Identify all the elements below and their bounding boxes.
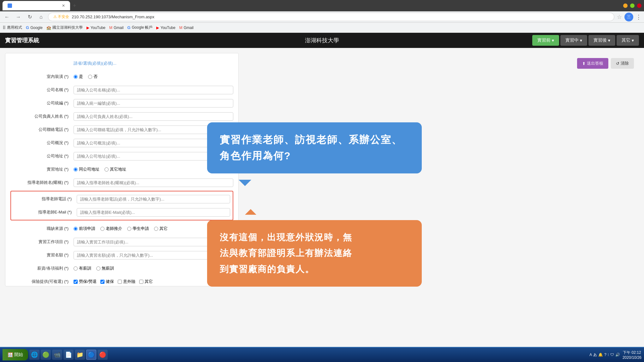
intern-addr-same-radio[interactable]	[74, 167, 78, 172]
nav-during-btn[interactable]: 實習中 ▾	[560, 35, 587, 46]
url-text: 210.70.252.190:1073/Mechanism_From.aspx	[72, 15, 154, 19]
form-row-company-name: 公司名稱 (*)	[10, 85, 233, 95]
url-bar[interactable]: ⚠ 不安全 210.70.252.190:1073/Mechanism_From…	[48, 13, 614, 21]
bookmark-phust-label: 國立澎湖科技大學	[52, 25, 83, 30]
salary-paid-radio[interactable]	[74, 266, 78, 271]
source-radio-4[interactable]	[154, 227, 158, 231]
maximize-btn[interactable]	[630, 3, 635, 8]
bookmark-gmail1[interactable]: M Gmail	[109, 26, 123, 30]
menu-icon[interactable]: ⋮	[636, 14, 641, 20]
salary-unpaid-radio[interactable]	[96, 266, 100, 271]
bookmark-yt1[interactable]: ▶ YouTube	[86, 26, 105, 30]
apps-icon: ⠿	[3, 25, 6, 30]
back-button[interactable]: ←	[3, 13, 11, 21]
supervisor-name-input[interactable]	[74, 178, 233, 187]
salary-unpaid-option[interactable]: 無薪訓	[96, 266, 114, 271]
refresh-button[interactable]: ↻	[25, 13, 34, 21]
label-company-name: 公司名稱 (*)	[10, 87, 74, 93]
insurance-other-cb[interactable]	[139, 280, 143, 284]
nav-other-btn[interactable]: 其它 ▾	[617, 35, 639, 46]
insurance-health-option[interactable]: 健保	[100, 279, 114, 284]
source-radio-1[interactable]	[74, 227, 78, 231]
taskbar-chrome[interactable]: 🟢	[41, 350, 51, 360]
close-tab-icon[interactable]: ✕	[62, 3, 65, 8]
home-button[interactable]: ⌂	[37, 13, 45, 21]
salary-paid-option[interactable]: 有薪訓	[74, 266, 91, 271]
orange-speech-bubble: 沒有這個，出現意外狀況時，無法與教育部證明系上有辦法連絡到實習廠商的負責人。	[207, 220, 422, 287]
bookmark-google-account[interactable]: G Google 帳戶	[127, 25, 152, 30]
bookmark-yt1-label: YouTube	[91, 26, 105, 30]
intern-addr-other-option[interactable]: 其它地址	[104, 166, 126, 172]
bookmark-phust[interactable]: 🏫 國立澎湖科技大學	[46, 25, 83, 30]
account-icon[interactable]: 三	[624, 13, 633, 21]
browser-tab[interactable]: 實習系統-合作機構評估 ✕	[3, 1, 70, 10]
label-supervisor-name: 指導老師姓名(暱稱) (*)	[10, 180, 74, 185]
taskbar-browser[interactable]: 🔵	[86, 350, 96, 360]
label-phone: 公司聯絡電話 (*)	[10, 127, 74, 132]
company-contact-input[interactable]	[74, 112, 233, 121]
intern-addr-same-option[interactable]: 同公司地址	[74, 166, 99, 172]
form-row-supervisor-phone: 指導老師電話 (*)	[14, 194, 230, 204]
indoor-yes-option[interactable]: 是	[74, 74, 83, 79]
taskbar-ppt[interactable]: 🔴	[98, 350, 108, 360]
source-radio-2[interactable]	[100, 227, 104, 231]
supervisor-phone-input[interactable]	[77, 195, 230, 203]
bookmark-apps[interactable]: ⠿ 應用程式	[3, 25, 22, 30]
delete-button[interactable]: ↺ 清除	[611, 58, 634, 69]
company-reg-input[interactable]	[74, 99, 233, 108]
taskbar-folder[interactable]: 📁	[75, 350, 85, 360]
source-radio-group: 前項申請 老師推介 學生申請	[74, 226, 168, 231]
indoor-no-radio[interactable]	[88, 75, 92, 79]
company-name-input[interactable]	[74, 86, 233, 94]
label-quota: 實習名額 (*)	[10, 252, 74, 258]
source-opt1[interactable]: 前項申請	[74, 226, 95, 231]
orange-bubble-text: 沒有這個，出現意外狀況時，無法與教育部證明系上有辦法連絡到實習廠商的負責人。	[220, 232, 352, 274]
bookmark-google-label: Google	[30, 26, 43, 30]
source-opt4[interactable]: 其它	[154, 226, 168, 231]
indoor-no-option[interactable]: 否	[88, 74, 98, 79]
dropdown-arrow-after: ▾	[608, 38, 610, 43]
taskbar-media[interactable]: 📹	[52, 350, 62, 360]
taskbar-pdf[interactable]: 📄	[63, 350, 74, 360]
insurance-accident-option[interactable]: 意外險	[118, 279, 135, 284]
taskbar-ie[interactable]: 🌐	[29, 350, 39, 360]
source-opt3[interactable]: 學生申請	[127, 226, 149, 231]
source-radio-3[interactable]	[127, 227, 131, 231]
bookmark-yt2[interactable]: ▶ YouTube	[156, 26, 175, 30]
insurance-labor-option[interactable]: 勞保/勞退	[74, 279, 97, 284]
bookmark-star[interactable]: ☆	[617, 14, 622, 20]
pdf-icon: 📄	[65, 351, 72, 358]
highlighted-supervisor-box: 指導老師電話 (*) 指導老師E-Mail (*)	[10, 191, 233, 220]
insurance-labor-cb[interactable]	[74, 280, 78, 284]
form-row-contact: 公司負責人姓名 (*)	[10, 111, 233, 121]
salary-radio-group: 有薪訓 無薪訓	[74, 266, 114, 271]
clock: 下午 02:12	[623, 350, 641, 355]
tab-title: 實習系統-合作機構評估	[15, 3, 57, 9]
form-row-phone: 公司聯絡電話 (*)	[10, 125, 233, 135]
keyboard-icon: A	[589, 353, 592, 357]
label-contact: 公司負責人姓名 (*)	[10, 114, 74, 119]
bookmark-google[interactable]: G Google	[26, 25, 43, 30]
nav-after-btn[interactable]: 實習後 ▾	[588, 35, 615, 46]
insurance-accident-cb[interactable]	[118, 280, 122, 284]
source-opt2[interactable]: 老師推介	[100, 226, 122, 231]
intern-addr-other-radio[interactable]	[104, 167, 109, 172]
supervisor-email-input[interactable]	[77, 208, 230, 217]
insurance-other-option[interactable]: 其它	[139, 279, 153, 284]
label-supervisor-phone: 指導老師電話 (*)	[14, 196, 77, 202]
google-account-icon: G	[127, 25, 130, 30]
date: 2020/10/26	[623, 355, 641, 360]
start-button[interactable]: 🪟 開始	[3, 349, 28, 360]
minimize-btn[interactable]	[623, 3, 628, 8]
new-tab-button[interactable]: +	[70, 1, 79, 10]
forward-button[interactable]: →	[14, 13, 23, 21]
top-partial-link: 請省/選填(必填)(必填)...	[74, 61, 116, 66]
label-salary: 薪資/各項福利 (*)	[10, 266, 74, 271]
close-btn[interactable]	[637, 3, 641, 8]
indoor-yes-radio[interactable]	[74, 75, 78, 79]
form-row-work-items: 實習工作項目 (*)	[10, 237, 233, 247]
insurance-health-cb[interactable]	[100, 280, 104, 284]
bookmark-gmail2[interactable]: M Gmail	[179, 26, 194, 30]
nav-before-btn[interactable]: 實習前 ▾	[532, 35, 559, 46]
submit-button[interactable]: ⬆ 送出答核	[577, 58, 608, 69]
